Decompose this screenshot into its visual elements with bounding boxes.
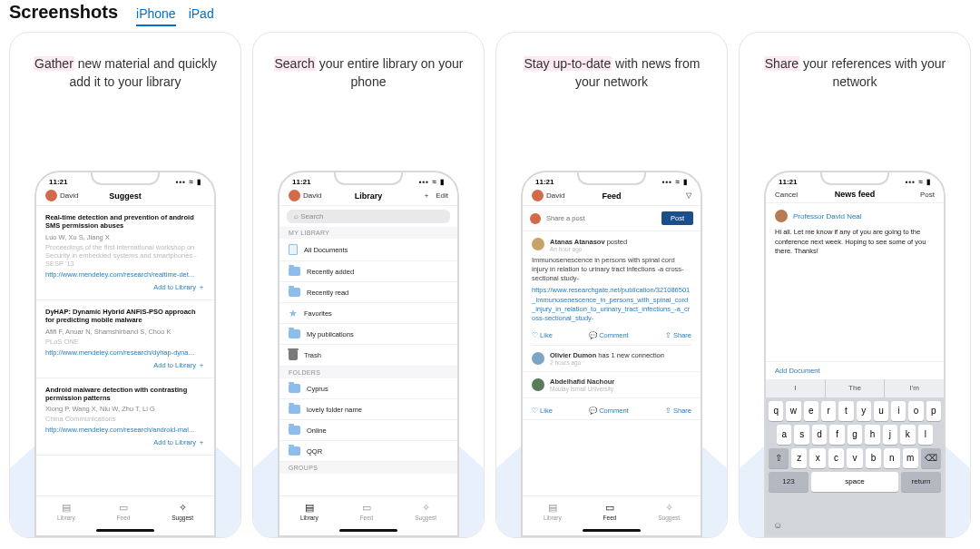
key[interactable]: r bbox=[821, 401, 836, 421]
screenshot-card-1[interactable]: Gather new material and quickly add it t… bbox=[9, 32, 241, 538]
tab-suggest[interactable]: ✧Suggest bbox=[658, 502, 680, 535]
folder-row[interactable]: lovely folder name bbox=[279, 399, 457, 420]
compose-author: Professor David Neal bbox=[793, 212, 862, 221]
nav-title: Feed bbox=[568, 191, 655, 201]
emoji-icon[interactable]: ☺ bbox=[773, 520, 782, 530]
key[interactable]: d bbox=[812, 425, 827, 445]
key[interactable]: f bbox=[829, 425, 844, 445]
folder-row[interactable]: Online bbox=[279, 420, 457, 441]
suggest-icon: ✧ bbox=[172, 502, 193, 514]
like-button[interactable]: ♡ Like bbox=[532, 407, 553, 415]
tab-ipad[interactable]: iPad bbox=[189, 6, 214, 26]
phone-mock-1: 11:21▪▪▪ ≈ ▮ David Suggest Real-time det… bbox=[34, 171, 216, 537]
key[interactable]: q bbox=[769, 401, 783, 421]
key[interactable]: l bbox=[918, 425, 933, 445]
screenshot-card-2[interactable]: Search your entire library on your phone… bbox=[252, 32, 485, 538]
add-to-library-button[interactable]: Add to Library ＋ bbox=[45, 361, 205, 370]
key-123[interactable]: 123 bbox=[769, 472, 808, 492]
key[interactable]: c bbox=[828, 448, 844, 468]
add-to-library-button[interactable]: Add to Library ＋ bbox=[45, 438, 205, 447]
screenshot-card-3[interactable]: Stay up-to-date with news from your netw… bbox=[495, 32, 728, 538]
key-shift[interactable]: ⇧ bbox=[769, 448, 789, 468]
suggest-item[interactable]: DyHAP: Dynamic Hybrid ANFIS-PSO approach… bbox=[36, 300, 214, 378]
share-button[interactable]: ⇪ Share bbox=[665, 407, 691, 415]
add-document-button[interactable]: Add Document bbox=[766, 361, 944, 379]
folder-row[interactable]: Cyprus bbox=[279, 378, 457, 399]
key[interactable]: a bbox=[777, 425, 791, 445]
keyboard-suggestion[interactable]: The bbox=[826, 379, 886, 397]
feed-sub-item[interactable]: Olivier Dumon has 1 new connection 2 hou… bbox=[523, 346, 701, 372]
nav-title: Library bbox=[325, 191, 412, 201]
key[interactable]: m bbox=[903, 448, 918, 468]
share-button[interactable]: ⇪ Share bbox=[665, 331, 691, 339]
compose-textarea[interactable]: Hi all. Let me know if any of you are go… bbox=[775, 228, 935, 257]
edit-button[interactable]: Edit bbox=[436, 191, 448, 200]
key[interactable]: g bbox=[848, 425, 862, 445]
folder-row[interactable]: QQR bbox=[279, 441, 457, 462]
cancel-button[interactable]: Cancel bbox=[775, 191, 811, 199]
screenshot-card-4[interactable]: Share your references with your network … bbox=[739, 32, 971, 538]
key[interactable]: z bbox=[791, 448, 807, 468]
key-backspace[interactable]: ⌫ bbox=[921, 448, 941, 468]
filter-icon[interactable]: ▽ bbox=[655, 191, 691, 200]
key[interactable]: s bbox=[794, 425, 808, 445]
tab-library[interactable]: ▤Library bbox=[544, 502, 562, 535]
like-button[interactable]: ♡ Like bbox=[532, 331, 553, 339]
suggest-icon: ✧ bbox=[415, 502, 436, 514]
post-button[interactable]: Post bbox=[662, 211, 693, 225]
library-row-recently-added[interactable]: Recently added bbox=[279, 261, 457, 282]
library-row-trash[interactable]: Trash bbox=[279, 345, 457, 367]
key[interactable]: p bbox=[926, 401, 941, 421]
key[interactable]: e bbox=[804, 401, 818, 421]
key[interactable]: t bbox=[838, 401, 853, 421]
library-row-all-documents[interactable]: All Documents bbox=[279, 239, 457, 261]
feed-item[interactable]: Atanas Atanasov posted An hour ago Immun… bbox=[523, 231, 701, 346]
keyboard-suggestion[interactable]: I bbox=[766, 379, 826, 397]
key[interactable]: i bbox=[891, 401, 906, 421]
key-space[interactable]: space bbox=[811, 472, 898, 492]
key[interactable]: n bbox=[884, 448, 899, 468]
key[interactable]: o bbox=[908, 401, 923, 421]
nav-title: Suggest bbox=[82, 191, 169, 201]
comment-button[interactable]: 💬 Comment bbox=[589, 331, 629, 339]
library-row-my-publications[interactable]: My publications bbox=[279, 324, 457, 345]
feed-sub-item[interactable]: Abdelhafid Nachour Moulay Ismail Univers… bbox=[523, 372, 701, 398]
keyboard: I The I'm qwertyuiop asdfghjkl ⇧zxcvbnm⌫ bbox=[766, 379, 944, 535]
folder-icon bbox=[289, 384, 300, 393]
share-post-input[interactable] bbox=[546, 214, 656, 222]
tab-suggest[interactable]: ✧Suggest bbox=[172, 502, 193, 535]
key[interactable]: w bbox=[786, 401, 800, 421]
library-row-recently-read[interactable]: Recently read bbox=[279, 282, 457, 303]
tab-library[interactable]: ▤Library bbox=[57, 502, 75, 535]
feed-icon: ▭ bbox=[117, 502, 131, 514]
key[interactable]: x bbox=[809, 448, 825, 468]
key[interactable]: b bbox=[866, 448, 881, 468]
suggest-item[interactable]: Real-time detection and prevention of an… bbox=[36, 206, 214, 300]
tab-suggest[interactable]: ✧Suggest bbox=[415, 502, 436, 535]
key-return[interactable]: return bbox=[901, 472, 941, 492]
nav-user[interactable]: David bbox=[532, 190, 568, 201]
key[interactable]: y bbox=[857, 401, 871, 421]
nav-user[interactable]: David bbox=[45, 190, 82, 201]
user-avatar bbox=[530, 213, 541, 224]
key[interactable]: v bbox=[847, 448, 862, 468]
nav-user[interactable]: David bbox=[289, 190, 325, 201]
key[interactable]: h bbox=[865, 425, 879, 445]
caption-3: Stay up-to-date with news from your netw… bbox=[496, 33, 727, 101]
tab-iphone[interactable]: iPhone bbox=[136, 6, 176, 26]
add-to-library-button[interactable]: Add to Library ＋ bbox=[45, 283, 205, 292]
tab-library[interactable]: ▤Library bbox=[300, 502, 318, 535]
post-button[interactable]: Post bbox=[898, 191, 935, 199]
feed-link[interactable]: https://www.researchgate.net/publication… bbox=[532, 286, 691, 323]
key[interactable]: u bbox=[874, 401, 888, 421]
library-row-favorites[interactable]: ★Favorites bbox=[279, 303, 457, 324]
keyboard-suggestion[interactable]: I'm bbox=[885, 379, 944, 397]
section-title: Screenshots bbox=[9, 2, 118, 23]
key[interactable]: j bbox=[883, 425, 897, 445]
comment-button[interactable]: 💬 Comment bbox=[589, 407, 629, 415]
search-input[interactable]: ⌕ Search bbox=[287, 210, 450, 223]
suggest-item[interactable]: Android malware detection with contrasti… bbox=[36, 378, 214, 456]
key[interactable]: k bbox=[900, 425, 915, 445]
add-button[interactable]: ＋ bbox=[423, 191, 430, 200]
document-icon bbox=[289, 244, 298, 255]
